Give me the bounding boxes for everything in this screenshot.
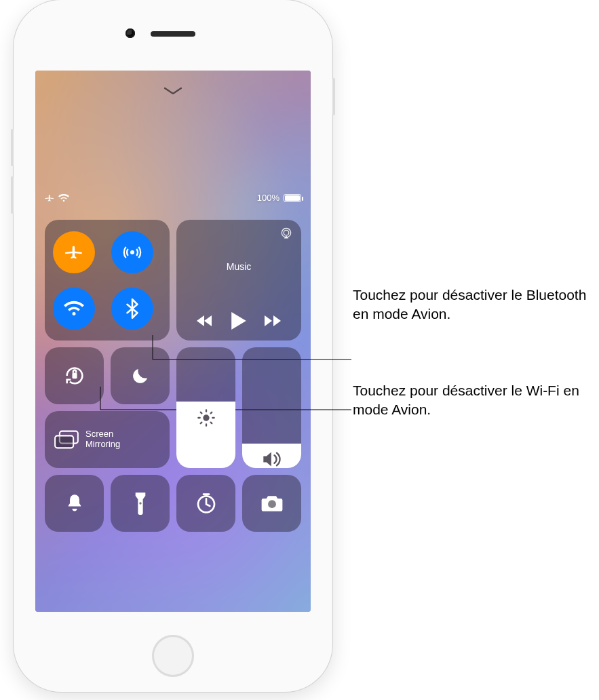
flashlight-icon <box>134 492 147 515</box>
callout-bluetooth: Touchez pour désactiver le Bluetooth en … <box>353 286 590 324</box>
control-center-grid: Music <box>45 220 301 532</box>
silent-mode-button[interactable] <box>45 475 104 532</box>
do-not-disturb-icon <box>130 366 151 386</box>
media-title: Music <box>227 261 252 272</box>
brightness-slider[interactable] <box>176 347 235 468</box>
battery-percent-text: 100% <box>257 193 279 203</box>
bell-icon <box>65 493 84 513</box>
airdrop-icon <box>122 242 142 262</box>
volume-fill <box>242 444 301 468</box>
next-track-button[interactable] <box>265 315 281 327</box>
screen-mirroring-label: Screen Mirroring <box>85 429 120 450</box>
callout-bluetooth-text: Touchez pour désactiver le Bluetooth en … <box>353 287 586 322</box>
brightness-icon <box>197 408 216 427</box>
play-button[interactable] <box>231 312 246 330</box>
airplane-icon <box>64 243 83 262</box>
volume-slider[interactable] <box>242 347 301 468</box>
flashlight-button[interactable] <box>111 475 170 532</box>
screen-mirroring-button[interactable]: Screen Mirroring <box>45 411 170 468</box>
wifi-toggle[interactable] <box>53 288 95 330</box>
callout-wifi-text: Touchez pour désactiver le Wi-Fi en mode… <box>353 383 579 417</box>
screen-mirroring-icon <box>54 430 79 449</box>
bluetooth-toggle[interactable] <box>111 288 153 330</box>
svg-point-0 <box>130 250 134 254</box>
svg-rect-6 <box>55 435 73 448</box>
airdrop-toggle[interactable] <box>111 231 153 273</box>
rotation-lock-icon <box>63 364 86 387</box>
media-controls <box>176 312 301 330</box>
brightness-fill <box>176 402 235 468</box>
airplay-icon[interactable] <box>279 227 293 240</box>
svg-point-4 <box>203 414 209 421</box>
media-cluster[interactable]: Music <box>176 220 301 341</box>
airplane-mode-toggle[interactable] <box>53 231 95 273</box>
camera-icon <box>260 494 284 512</box>
timer-button[interactable] <box>176 475 235 532</box>
bluetooth-icon <box>125 298 139 319</box>
svg-point-7 <box>139 502 141 504</box>
do-not-disturb-toggle[interactable] <box>111 347 170 404</box>
airplane-status-icon <box>45 193 54 203</box>
volume-icon <box>262 450 282 468</box>
chevron-down-icon[interactable] <box>163 85 182 96</box>
timer-icon <box>195 492 217 514</box>
rotation-lock-toggle[interactable] <box>45 347 104 404</box>
callout-wifi: Touchez pour désactiver le Wi-Fi en mode… <box>353 381 590 420</box>
wifi-icon <box>64 300 84 317</box>
previous-track-button[interactable] <box>197 315 213 327</box>
battery-icon <box>284 194 301 202</box>
svg-rect-3 <box>72 373 77 379</box>
camera-button[interactable] <box>242 475 301 532</box>
connectivity-cluster[interactable] <box>45 220 170 341</box>
wifi-status-icon <box>58 194 69 202</box>
svg-point-9 <box>268 500 276 508</box>
status-bar: 100% <box>35 193 311 203</box>
svg-point-2 <box>284 230 289 235</box>
